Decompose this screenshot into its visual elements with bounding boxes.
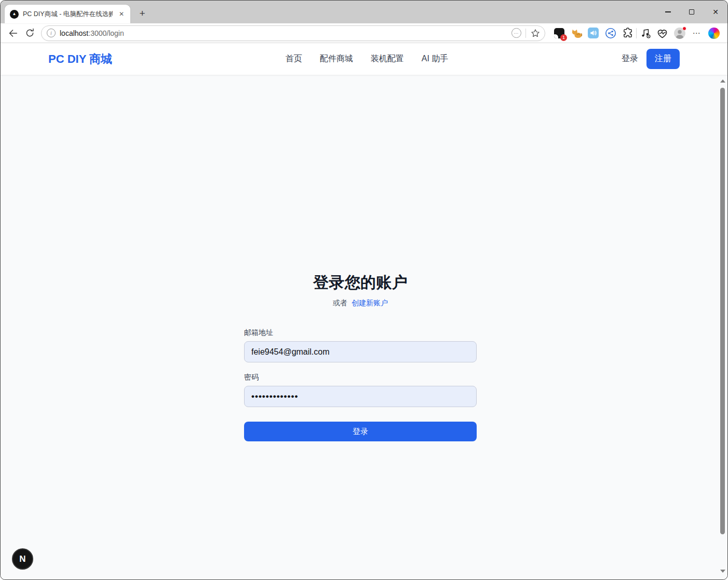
scrollbar-thumb[interactable] (720, 88, 725, 534)
browser-tab[interactable]: ▲ PC DIY商城 - 电脑配件在线选购 ✕ (5, 5, 130, 23)
minimize-icon (665, 11, 671, 12)
media-settings-icon[interactable] (637, 25, 654, 42)
login-page: 登录您的账户 或者 创建新账户 邮箱地址 密码 登录 (1, 75, 720, 441)
copilot-button[interactable] (705, 25, 722, 42)
adblock-extension-icon[interactable]: 1 (550, 25, 568, 42)
scroll-down-arrow-icon[interactable] (720, 570, 725, 573)
subtitle: 或者 创建新账户 (244, 299, 477, 308)
nav-parts-store[interactable]: 配件商城 (320, 53, 353, 64)
page-scrollbar[interactable] (719, 76, 726, 576)
login-link[interactable]: 登录 (622, 53, 638, 64)
window-controls: ✕ (656, 1, 727, 23)
site-info-icon[interactable]: i (47, 29, 56, 37)
email-label: 邮箱地址 (244, 328, 477, 338)
nav-build-config[interactable]: 装机配置 (371, 53, 404, 64)
minimize-button[interactable] (656, 1, 680, 23)
refresh-icon (24, 28, 35, 38)
volume-extension-icon[interactable] (585, 25, 602, 42)
main-nav: 首页 配件商城 装机配置 AI 助手 (112, 53, 622, 64)
share-extension-icon[interactable] (602, 25, 619, 42)
profile-avatar[interactable] (671, 25, 688, 42)
subtitle-prefix: 或者 (333, 299, 347, 307)
create-account-link[interactable]: 创建新账户 (352, 299, 388, 307)
maximize-icon (689, 9, 694, 15)
tab-strip: ▲ PC DIY商城 - 电脑配件在线选购 ✕ + ✕ (1, 1, 727, 23)
extension-badge: 1 (560, 34, 567, 41)
tab-close-icon[interactable]: ✕ (117, 9, 126, 19)
refresh-button[interactable] (21, 25, 38, 41)
tab-title: PC DIY商城 - 电脑配件在线选购 (23, 10, 113, 19)
site-header: PC DIY 商城 首页 配件商城 装机配置 AI 助手 登录 注册 (1, 43, 727, 75)
url-text: localhost:3000/login (60, 29, 507, 37)
close-window-button[interactable]: ✕ (704, 1, 727, 23)
site-logo[interactable]: PC DIY 商城 (48, 51, 112, 67)
extensions-puzzle-icon[interactable] (619, 25, 636, 42)
address-bar[interactable]: i localhost:3000/login ⋯ (41, 25, 545, 41)
favorite-star-icon[interactable] (530, 28, 541, 38)
browser-toolbar: i localhost:3000/login ⋯ 1 (1, 23, 727, 43)
more-icon: ⋯ (693, 29, 701, 38)
site-favicon-icon: ▲ (10, 10, 19, 19)
nav-home[interactable]: 首页 (286, 53, 302, 64)
back-button[interactable] (5, 25, 21, 41)
url-path: :3000/login (88, 29, 124, 37)
back-arrow-icon (7, 28, 19, 39)
maximize-button[interactable] (680, 1, 704, 23)
email-field[interactable] (244, 341, 477, 362)
close-icon: ✕ (712, 8, 719, 16)
new-tab-button[interactable]: + (136, 7, 149, 20)
notification-dot (682, 26, 686, 31)
page-title: 登录您的账户 (244, 272, 477, 293)
password-field[interactable] (244, 386, 477, 407)
register-button[interactable]: 注册 (646, 49, 680, 69)
url-host: localhost (60, 29, 88, 37)
scroll-up-arrow-icon[interactable] (720, 79, 725, 83)
password-label: 密码 (244, 373, 477, 382)
login-submit-button[interactable]: 登录 (244, 422, 477, 441)
divider (525, 29, 526, 38)
nextjs-dev-badge[interactable]: N (12, 548, 33, 570)
copilot-icon (708, 28, 720, 39)
permissions-icon[interactable]: ⋯ (511, 28, 521, 38)
cat-extension-icon[interactable] (568, 25, 585, 42)
settings-more-button[interactable]: ⋯ (688, 25, 705, 42)
browser-essentials-icon[interactable] (654, 25, 671, 42)
nav-ai-assistant[interactable]: AI 助手 (422, 53, 449, 64)
page-viewport: PC DIY 商城 首页 配件商城 装机配置 AI 助手 登录 注册 登录您的账… (1, 43, 727, 580)
browser-window: ▲ PC DIY商城 - 电脑配件在线选购 ✕ + ✕ i localhost:… (0, 0, 728, 580)
